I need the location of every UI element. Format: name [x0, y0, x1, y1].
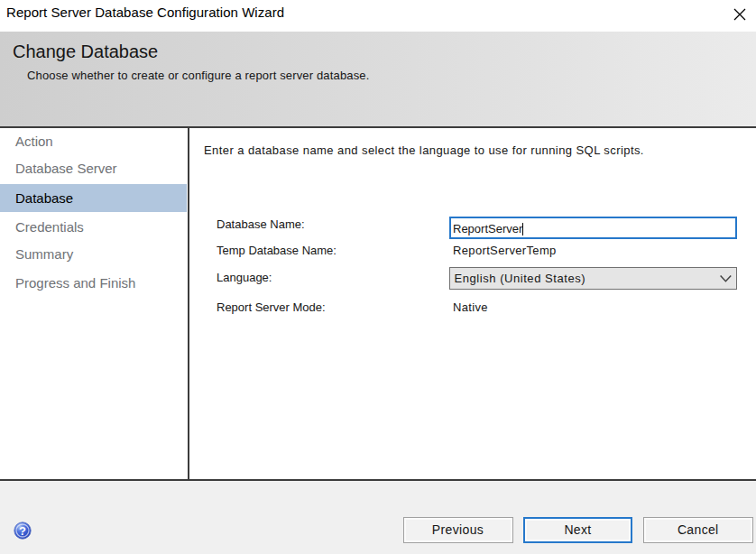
svg-text:?: ?: [19, 524, 26, 538]
